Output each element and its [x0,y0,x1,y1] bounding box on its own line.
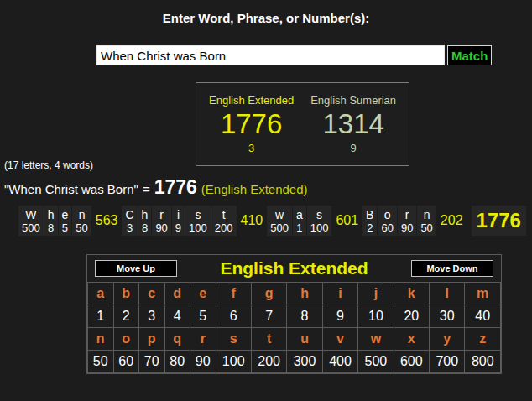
breakdown-letter: r [405,208,409,221]
letter-value-cell: n50 [72,206,91,236]
cipher-cell: 700 [430,351,465,373]
search-input[interactable] [96,45,445,65]
cipher-cell: p [139,328,165,351]
letter-value-cell: w500 [267,206,292,236]
breakdown-value: 3 [127,221,133,234]
breakdown-letter: h [48,208,55,221]
results-box: English Extended17763English Sumerian131… [196,82,409,166]
cipher-values-row: 12345678910203040 [88,305,501,328]
cipher-cell: c [139,283,165,305]
cipher-values-row: 5060708090100200300400500600700800 [88,351,501,373]
letter-value-cell: t200 [211,206,237,236]
breakdown-value: 8 [142,221,148,234]
cipher-cell: y [430,328,465,351]
letter-value-cell: o60 [378,206,396,236]
cipher-cell: 70 [139,351,165,373]
cipher-cell: 800 [465,351,501,373]
letter-value-cell: a1 [293,206,306,236]
cipher-cell: r [190,328,216,351]
cipher-cell: 4 [164,305,190,328]
cipher-table-header: Move Up English Extended Move Down [87,255,501,282]
cipher-table-title: English Extended [220,258,368,279]
cipher-cell: 60 [113,351,139,373]
breakdown-letter: s [316,208,322,221]
letters-words-count: (17 letters, 4 words) [4,159,93,171]
letter-value-cell: h8 [138,206,152,236]
breakdown-value: 50 [420,221,432,234]
letter-value-cell: C3 [122,206,137,236]
cipher-cell: v [322,328,357,351]
cipher-cell: 400 [322,351,357,373]
breakdown-value: 60 [381,221,393,234]
letter-value-cell: r90 [152,206,170,236]
result-cipher-name: English Extended [209,94,294,107]
breakdown-value: 9 [175,221,181,234]
word-sum: 601 [336,213,358,228]
phrase-quoted: "When Christ was Born" [4,182,138,196]
cipher-cell: n [88,328,114,351]
cipher-cell: 10 [358,305,394,328]
breakdown-letter: t [222,208,226,221]
breakdown-value: 8 [48,221,54,234]
letter-value-cell: s100 [185,206,211,236]
breakdown-value: 500 [270,221,289,234]
cipher-cell: t [251,328,286,351]
cipher-cell: 300 [287,351,322,373]
cipher-cell: z [465,328,501,351]
cipher-cell: l [430,283,465,305]
match-button[interactable]: Match [447,45,492,65]
cipher-letters-row: abcdefghijklm [88,283,501,305]
result-value: 1776 [221,108,282,140]
letter-value-cell: B2 [362,206,377,236]
breakdown-letter: e [62,208,69,221]
word-sum: 202 [441,213,463,228]
breakdown-letter: h [142,208,149,221]
breakdown-letter: o [384,208,391,221]
breakdown-value: 50 [76,221,87,234]
equals-sign: = [143,182,150,196]
letter-value-cell: s100 [307,206,332,236]
move-down-button[interactable]: Move Down [411,260,493,277]
cipher-cell: 1 [88,305,114,328]
cipher-cell: m [465,283,501,305]
cipher-cell: 6 [216,305,251,328]
cipher-cell: 3 [139,305,165,328]
cipher-cell: 20 [394,305,429,328]
cipher-cell: s [216,328,251,351]
cipher-cell: 100 [216,351,251,373]
letter-breakdown-row: W500h8e5n50563C3h8r90i9s100t200410w500a1… [18,204,526,237]
cipher-cell: 200 [251,351,286,373]
cipher-cell: h [287,283,322,305]
cipher-cell: i [322,283,357,305]
breakdown-letter: n [424,208,430,221]
phrase-cipher-label: (English Extended) [201,182,308,196]
cipher-cell: q [164,328,190,351]
breakdown-total: 1776 [472,206,526,236]
breakdown-letter: C [125,208,133,221]
breakdown-letter: r [159,208,164,221]
cipher-table: Move Up English Extended Move Down abcde… [86,254,502,374]
result-column: English Extended17763 [209,94,294,155]
letter-value-cell: n50 [417,206,436,236]
cipher-letters-row: nopqrstuvwxyz [88,328,501,351]
breakdown-value: 500 [22,221,40,234]
breakdown-value: 200 [215,221,233,234]
gematria-calculator-page: Enter Word, Phrase, or Number(s): Match … [0,0,532,401]
result-reduced-value: 9 [351,142,357,155]
phrase-value: 1776 [154,176,197,199]
cipher-value-table: abcdefghijklm12345678910203040nopqrstuvw… [87,282,501,373]
breakdown-letter: a [296,208,303,221]
page-title: Enter Word, Phrase, or Number(s): [0,11,532,25]
cipher-cell: 40 [465,305,501,328]
cipher-cell: 7 [251,305,286,328]
move-up-button[interactable]: Move Up [95,260,177,277]
cipher-cell: w [358,328,394,351]
breakdown-letter: W [25,208,36,221]
breakdown-letter: n [79,208,86,221]
cipher-cell: f [216,283,251,305]
breakdown-value: 100 [310,221,329,234]
breakdown-letter: i [177,208,180,221]
letter-value-cell: h8 [44,206,58,236]
cipher-cell: 8 [287,305,322,328]
cipher-cell: 2 [113,305,139,328]
